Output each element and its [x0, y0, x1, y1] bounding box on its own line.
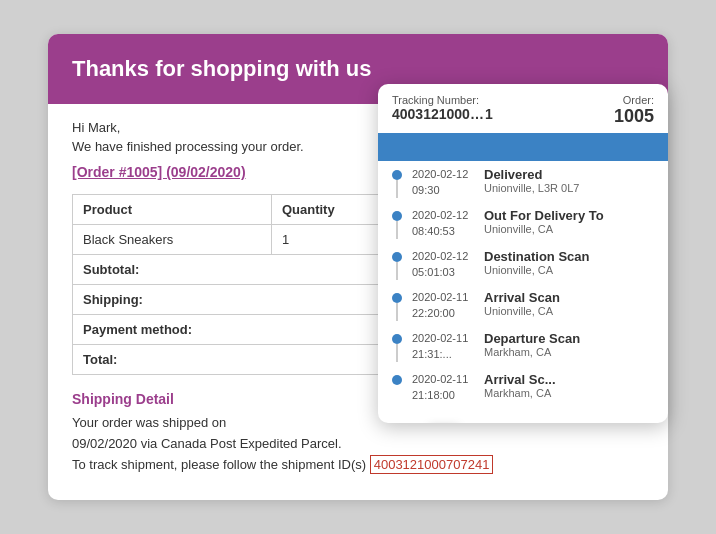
tracking-line	[396, 221, 398, 239]
shipping-label: Shipping:	[73, 285, 404, 315]
shipping-line3-prefix: To track shipment, please follow the shi…	[72, 457, 366, 472]
tracking-dot-col	[392, 290, 402, 321]
tracking-dot	[392, 334, 402, 344]
tracking-status: Departure Scan	[484, 331, 654, 346]
tracking-dot-col	[392, 249, 402, 280]
tracking-info: Arrival ScanUnionville, CA	[484, 290, 654, 317]
tracking-dot	[392, 170, 402, 180]
tracking-dot-col	[392, 208, 402, 239]
order-label: Order:	[614, 94, 654, 106]
tracking-dot	[392, 375, 402, 385]
tracking-entry: 2020-02-12 05:01:03Destination ScanUnion…	[392, 249, 654, 280]
tracking-location: Unionville, L3R 0L7	[484, 182, 654, 194]
tracking-time: 2020-02-11 22:20:00	[412, 290, 484, 321]
tracking-id-link[interactable]: 4003121000707241	[370, 455, 494, 474]
tracking-info: Destination ScanUnionville, CA	[484, 249, 654, 276]
tracking-location: Markham, CA	[484, 387, 654, 399]
tracking-number-value: 4003121000…1	[392, 106, 493, 122]
tracking-time: 2020-02-11 21:18:00	[412, 372, 484, 403]
banner-title: Thanks for shopping with us	[72, 56, 644, 82]
tracking-tooltip: Tracking Number: 4003121000…1 Order: 100…	[378, 84, 668, 423]
tracking-location: Markham, CA	[484, 346, 654, 358]
tracking-status: Out For Delivery To	[484, 208, 654, 223]
col-product: Product	[73, 195, 272, 225]
tracking-info: Departure ScanMarkham, CA	[484, 331, 654, 358]
tracking-line	[396, 180, 398, 198]
tracking-number-section: Tracking Number: 4003121000…1	[392, 94, 493, 122]
tracking-dot-col	[392, 331, 402, 362]
tracking-status: Arrival Scan	[484, 290, 654, 305]
tracking-dot-col	[392, 372, 402, 385]
tracking-location: Unionville, CA	[484, 223, 654, 235]
total-label: Total:	[73, 345, 404, 375]
tracking-line	[396, 303, 398, 321]
tracking-status: Arrival Sc...	[484, 372, 654, 387]
tooltip-header: Tracking Number: 4003121000…1 Order: 100…	[378, 84, 668, 133]
tracking-status: Destination Scan	[484, 249, 654, 264]
tracking-time: 2020-02-12 09:30	[412, 167, 484, 198]
tracking-dot	[392, 293, 402, 303]
tracking-line	[396, 344, 398, 362]
payment-label: Payment method:	[73, 315, 404, 345]
shipping-line1: Your order was shipped on	[72, 415, 226, 430]
tracking-location: Unionville, CA	[484, 264, 654, 276]
shipping-line2: 09/02/2020 via Canada Post Expedited Par…	[72, 436, 342, 451]
tracking-entry: 2020-02-12 09:30DeliveredUnionville, L3R…	[392, 167, 654, 198]
tracking-entry: 2020-02-11 21:31:...Departure ScanMarkha…	[392, 331, 654, 362]
tracking-label: Tracking Number:	[392, 94, 493, 106]
tracking-entry: 2020-02-11 22:20:00Arrival ScanUnionvill…	[392, 290, 654, 321]
main-card: Thanks for shopping with us Hi Mark, We …	[48, 34, 668, 499]
tracking-info: Arrival Sc...Markham, CA	[484, 372, 654, 399]
product-cell: Black Sneakers	[73, 225, 272, 255]
tracking-time: 2020-02-11 21:31:...	[412, 331, 484, 362]
tracking-entry: 2020-02-12 08:40:53Out For Delivery ToUn…	[392, 208, 654, 239]
tracking-dot	[392, 211, 402, 221]
tracking-line	[396, 262, 398, 280]
order-number-section: Order: 1005	[614, 94, 654, 127]
tracking-entry: 2020-02-11 21:18:00Arrival Sc...Markham,…	[392, 372, 654, 403]
tracking-info: Out For Delivery ToUnionville, CA	[484, 208, 654, 235]
tracking-dot-col	[392, 167, 402, 198]
tracking-status: Delivered	[484, 167, 654, 182]
tracking-location: Unionville, CA	[484, 305, 654, 317]
tracking-dot	[392, 252, 402, 262]
subtotal-label: Subtotal:	[73, 255, 404, 285]
tracking-time: 2020-02-12 08:40:53	[412, 208, 484, 239]
tracking-entries: 2020-02-12 09:30DeliveredUnionville, L3R…	[378, 161, 668, 403]
tracking-info: DeliveredUnionville, L3R 0L7	[484, 167, 654, 194]
tooltip-blue-bar	[378, 133, 668, 161]
tracking-time: 2020-02-12 05:01:03	[412, 249, 484, 280]
order-number-value: 1005	[614, 106, 654, 127]
